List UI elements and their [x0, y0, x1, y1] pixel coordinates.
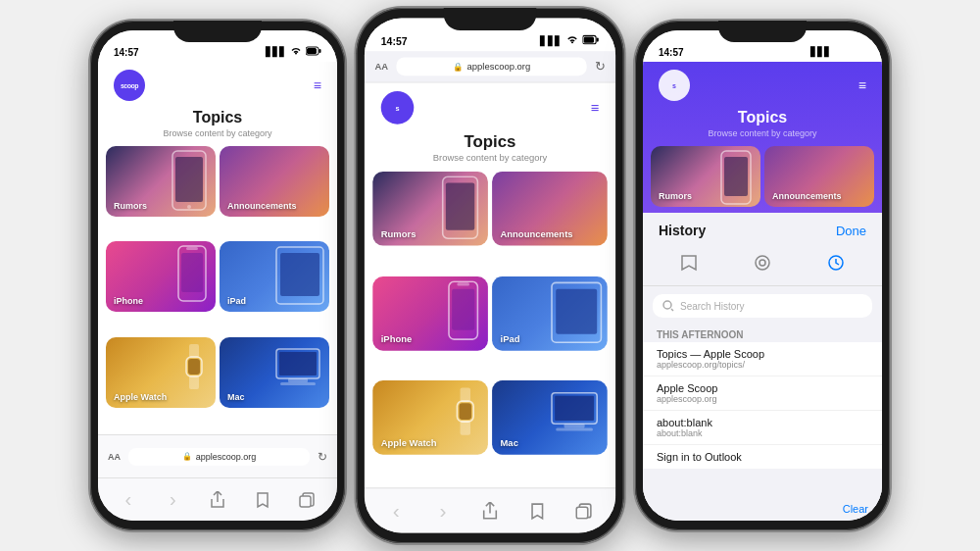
card-ann-3[interactable]: Announcements — [764, 146, 874, 207]
aa-text-2[interactable]: AA — [374, 62, 388, 73]
card-iphone-2[interactable]: iPhone — [372, 276, 488, 351]
svg-rect-14 — [188, 359, 200, 375]
search-placeholder: Search History — [680, 301, 745, 312]
svg-rect-4 — [175, 157, 203, 202]
topics-title-1: Topics — [112, 109, 323, 126]
menu-icon-3[interactable]: ≡ — [858, 77, 866, 93]
notch-3 — [718, 21, 807, 42]
logo-3: s — [659, 70, 690, 101]
card-mac-1[interactable]: Mac — [220, 337, 329, 408]
reload-btn-1[interactable]: ↻ — [318, 450, 327, 464]
card-ipad-2[interactable]: iPad — [492, 276, 608, 351]
card-bg-w2: Apple Watch — [372, 380, 488, 455]
history-item-url-0: applescoop.org/topics/ — [657, 360, 868, 370]
watch-img — [180, 343, 208, 400]
history-item-url-1: applescoop.org — [657, 394, 868, 404]
card-ann-2[interactable]: Announcements — [492, 172, 608, 246]
history-item-title-1: Apple Scoop — [657, 382, 868, 394]
svg-rect-19 — [300, 496, 311, 507]
card-label-w2: Apple Watch — [381, 438, 437, 449]
svg-rect-35 — [555, 396, 594, 421]
bookmarks-btn-2[interactable] — [520, 494, 554, 527]
card-iphone-1[interactable]: iPhone — [106, 241, 216, 312]
svg-rect-8 — [186, 247, 198, 250]
history-tab[interactable] — [815, 250, 857, 279]
svg-rect-36 — [564, 425, 585, 428]
card-announcements-1[interactable]: Announcements — [220, 146, 329, 217]
phone-svg-2 — [441, 175, 480, 239]
card-rumors-2[interactable]: Rumors — [372, 172, 488, 246]
topics-title-2: Topics — [379, 132, 602, 151]
history-panel: History Done Search History — [643, 213, 882, 521]
app-header-2: s ≡ — [365, 83, 615, 128]
card-label-m2: Mac — [501, 438, 518, 449]
svg-rect-40 — [864, 49, 866, 53]
card-label-r2: Rumors — [381, 229, 416, 240]
svg-rect-37 — [556, 428, 593, 431]
svg-rect-16 — [279, 352, 317, 376]
card-rumors-3[interactable]: Rumors — [651, 146, 760, 207]
card-bg-ipad2: iPad — [492, 276, 608, 351]
status-icons-2: ▋▋▋ — [540, 34, 599, 47]
history-item-3[interactable]: Sign in to Outlook — [643, 445, 882, 469]
bookmarks-btn-1[interactable] — [247, 484, 278, 516]
card-label-ipad-1: iPad — [227, 296, 246, 306]
clear-btn[interactable]: Clear — [843, 503, 868, 515]
svg-rect-12 — [189, 344, 199, 358]
phone-svg-3 — [719, 150, 753, 205]
notch-1 — [173, 21, 262, 42]
topics-grid-2: Rumors Announcements iPho — [365, 172, 615, 487]
history-item-0[interactable]: Topics — Apple Scoop applescoop.org/topi… — [643, 342, 882, 376]
history-done-btn[interactable]: Done — [836, 224, 866, 238]
url-bar-2[interactable]: 🔒 applescoop.org — [396, 57, 586, 75]
app-header-1: scoop ≡ — [98, 62, 337, 105]
phone-2: 14:57 ▋▋▋ AA 🔒 applescoop.org ↻ — [357, 8, 624, 543]
aa-text-1[interactable]: AA — [108, 452, 121, 462]
card-watch-2[interactable]: Apple Watch — [372, 380, 488, 455]
card-ipad-1[interactable]: iPad — [220, 241, 329, 312]
svg-point-47 — [663, 301, 671, 309]
reading-list-tab[interactable] — [742, 250, 783, 279]
menu-icon-2[interactable]: ≡ — [591, 99, 600, 116]
card-label-r3: Rumors — [659, 191, 692, 201]
svg-rect-18 — [280, 382, 316, 385]
app-content-2: s ≡ Topics Browse content by category — [365, 83, 615, 488]
menu-icon-1[interactable]: ≡ — [314, 77, 321, 93]
history-search[interactable]: Search History — [653, 294, 872, 318]
topics-subtitle-2: Browse content by category — [379, 153, 602, 164]
card-bg-i2: iPhone — [372, 276, 488, 351]
svg-rect-13 — [189, 376, 199, 389]
svg-rect-22 — [584, 36, 595, 42]
card-rumors-1[interactable]: Rumors — [106, 146, 216, 217]
bookmarks-tab[interactable] — [668, 250, 710, 279]
phone-3: 14:57 ▋▋▋ s ≡ Topics — [635, 21, 890, 530]
forward-btn-1[interactable]: › — [157, 484, 188, 516]
share-btn-2[interactable] — [473, 494, 507, 527]
back-btn-1[interactable]: ‹ — [113, 484, 144, 516]
history-item-title-2: about:blank — [657, 417, 868, 428]
tabs-btn-1[interactable] — [291, 484, 322, 516]
phone-1: 14:57 ▋▋▋ scoop ≡ Topics — [90, 21, 345, 530]
forward-btn-2[interactable]: › — [426, 494, 460, 527]
url-input-1[interactable]: 🔒 applescoop.org — [128, 448, 310, 466]
svg-point-44 — [756, 256, 769, 270]
battery-icon-1 — [306, 46, 321, 58]
svg-rect-1 — [319, 49, 321, 53]
card-label-a3: Announcements — [772, 191, 842, 201]
lock-icon-1: 🔒 — [182, 452, 192, 461]
history-item-1[interactable]: Apple Scoop applescoop.org — [643, 376, 882, 411]
card-label-ann-1: Announcements — [227, 201, 297, 211]
tabs-btn-2[interactable] — [567, 494, 601, 527]
back-btn-2[interactable]: ‹ — [379, 494, 413, 527]
card-watch-1[interactable]: Apple Watch — [106, 337, 216, 408]
mac-svg-2 — [546, 389, 604, 443]
ipad-img — [274, 245, 325, 306]
browser-bar-2: AA 🔒 applescoop.org ↻ — [365, 51, 615, 83]
history-item-2[interactable]: about:blank about:blank — [643, 411, 882, 445]
reload-btn-2[interactable]: ↻ — [595, 59, 606, 74]
topics-title-3: Topics — [657, 109, 868, 126]
url-text-1: applescoop.org — [196, 452, 257, 462]
card-mac-2[interactable]: Mac — [492, 380, 608, 455]
share-btn-1[interactable] — [202, 484, 233, 516]
svg-rect-27 — [457, 282, 469, 285]
